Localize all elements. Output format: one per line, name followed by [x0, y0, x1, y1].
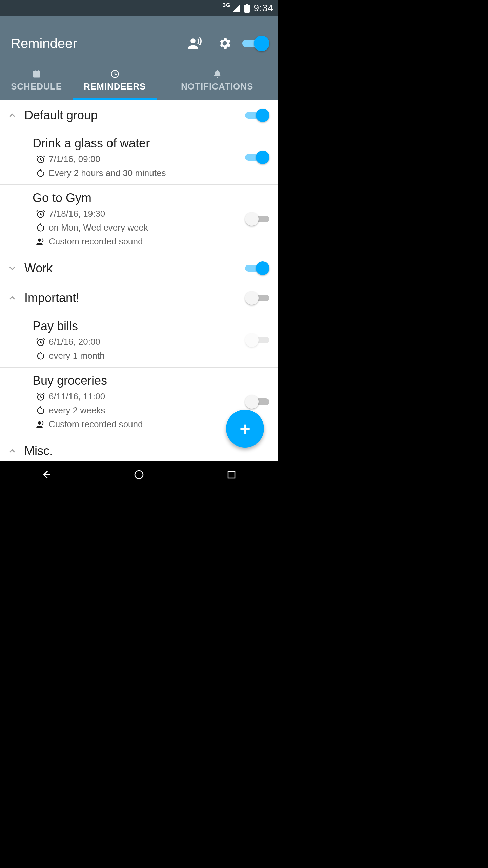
voice-person-icon — [33, 237, 49, 246]
chevron-up-icon — [0, 293, 24, 303]
tab-schedule[interactable]: SCHEDULE — [0, 62, 73, 100]
reminder-sound: Custom recorded sound — [49, 236, 143, 247]
status-bar: 3G 9:34 — [0, 0, 278, 16]
tabs: SCHEDULE REMINDEERS NOTIFICATIONS — [0, 62, 278, 100]
reminder-datetime: 7/1/16, 09:00 — [49, 154, 100, 164]
svg-point-11 — [38, 238, 41, 241]
svg-point-14 — [38, 421, 41, 424]
bell-icon — [212, 68, 222, 79]
clock-icon — [110, 68, 120, 79]
svg-rect-1 — [244, 5, 250, 13]
group-title: Work — [24, 261, 245, 275]
reminder-list[interactable]: Default group Drink a glass of water 7/1… — [0, 100, 278, 461]
tab-label: REMINDEERS — [84, 81, 146, 92]
reminder-title: Pay bills — [33, 319, 245, 333]
reminder-toggle[interactable] — [245, 333, 269, 347]
alarm-icon — [33, 392, 49, 401]
reminder-item[interactable]: Go to Gym 7/18/16, 19:30 on Mon, Wed eve… — [0, 185, 278, 253]
tab-label: SCHEDULE — [11, 81, 62, 92]
alarm-icon — [33, 337, 49, 347]
repeat-icon — [33, 169, 49, 178]
svg-rect-5 — [33, 71, 40, 73]
svg-rect-16 — [228, 471, 235, 478]
voice-person-icon[interactable] — [183, 31, 207, 56]
clock-text: 9:34 — [254, 3, 274, 14]
alarm-icon — [33, 209, 49, 219]
group-header-important[interactable]: Important! — [0, 283, 278, 313]
group-title: Important! — [24, 291, 245, 305]
plus-icon: + — [240, 418, 251, 440]
svg-point-15 — [135, 471, 143, 479]
reminder-repeat: Every 2 hours and 30 minutes — [49, 168, 166, 178]
calendar-icon — [32, 68, 41, 79]
tab-notifications[interactable]: NOTIFICATIONS — [157, 62, 278, 100]
group-toggle[interactable] — [245, 291, 269, 305]
reminder-repeat: on Mon, Wed every week — [49, 222, 148, 233]
group-toggle[interactable] — [245, 261, 269, 275]
app-title: Remindeer — [11, 36, 177, 51]
svg-rect-0 — [246, 4, 248, 5]
svg-rect-6 — [35, 70, 35, 72]
add-reminder-fab[interactable]: + — [226, 410, 264, 448]
back-button[interactable] — [26, 465, 67, 485]
group-header-work[interactable]: Work — [0, 253, 278, 283]
reminder-title: Buy groceries — [33, 374, 245, 388]
group-header-default[interactable]: Default group — [0, 100, 278, 130]
reminder-title: Go to Gym — [33, 191, 245, 205]
reminder-repeat: every 1 month — [49, 351, 105, 361]
system-nav-bar — [0, 461, 278, 488]
network-type: 3G — [223, 2, 230, 8]
svg-point-2 — [190, 38, 196, 43]
group-toggle[interactable] — [245, 108, 269, 122]
svg-rect-7 — [38, 70, 38, 72]
tab-remindeers[interactable]: REMINDEERS — [73, 62, 157, 100]
reminder-item[interactable]: Drink a glass of water 7/1/16, 09:00 Eve… — [0, 130, 278, 185]
group-title: Misc. — [24, 444, 245, 458]
chevron-down-icon — [0, 263, 24, 273]
reminder-item[interactable]: Pay bills 6/1/16, 20:00 every 1 month — [0, 313, 278, 368]
voice-person-icon — [33, 420, 49, 429]
signal-icon — [232, 4, 240, 12]
reminder-toggle[interactable] — [245, 151, 269, 164]
gear-icon[interactable] — [212, 31, 237, 56]
alarm-icon — [33, 155, 49, 164]
tab-label: NOTIFICATIONS — [181, 81, 253, 92]
reminder-repeat: every 2 weeks — [49, 405, 105, 416]
master-toggle[interactable] — [242, 31, 267, 56]
reminder-datetime: 7/18/16, 19:30 — [49, 209, 105, 219]
group-title: Default group — [24, 108, 245, 122]
chevron-up-icon — [0, 111, 24, 120]
reminder-toggle[interactable] — [245, 395, 269, 409]
app-bar: Remindeer — [0, 16, 278, 62]
reminder-datetime: 6/11/16, 11:00 — [49, 391, 105, 402]
reminder-sound: Custom recorded sound — [49, 419, 143, 430]
repeat-icon — [33, 406, 49, 415]
repeat-icon — [33, 223, 49, 233]
reminder-toggle[interactable] — [245, 212, 269, 226]
reminder-datetime: 6/1/16, 20:00 — [49, 337, 100, 347]
reminder-title: Drink a glass of water — [33, 136, 245, 151]
recent-apps-button[interactable] — [211, 465, 252, 485]
home-button[interactable] — [119, 465, 159, 485]
chevron-up-icon — [0, 446, 24, 456]
repeat-icon — [33, 351, 49, 361]
battery-icon — [244, 4, 250, 13]
